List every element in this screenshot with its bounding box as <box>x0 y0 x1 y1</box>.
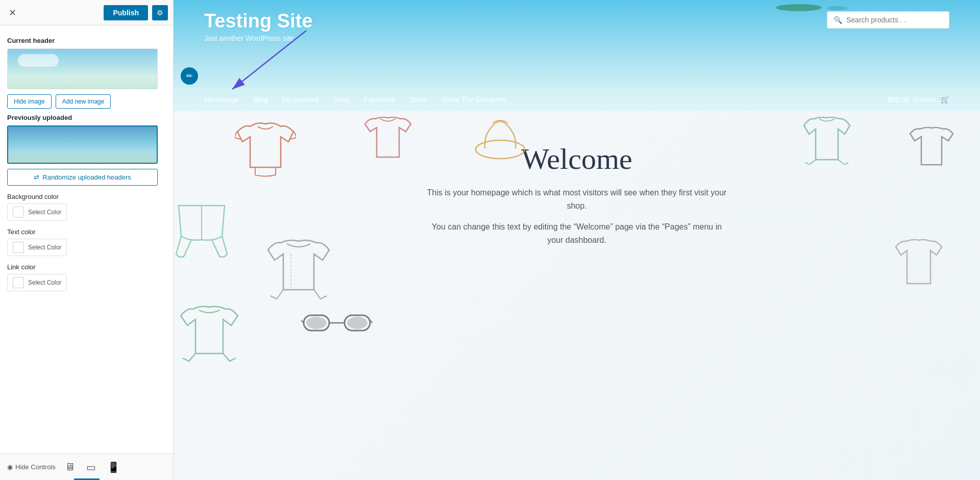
randomize-button[interactable]: ⇄ Randomize uploaded headers <box>7 169 158 186</box>
nav-store[interactable]: Store <box>409 95 426 104</box>
text-color-section: Text color Select Color <box>7 228 166 256</box>
cart-icon: 🛒 <box>941 95 949 104</box>
svg-point-9 <box>347 317 368 329</box>
site-header: Testing Site Just another WordPress site… <box>174 0 980 111</box>
nav-homepage[interactable]: Homepage <box>204 95 239 104</box>
randomize-label: Randomize uploaded headers <box>42 173 131 181</box>
clothing-item-green-jacket-bottom <box>179 305 240 366</box>
cart-amount: $85.00 <box>888 95 910 104</box>
close-button[interactable]: ✕ <box>5 6 19 20</box>
background-color-text: Select Color <box>28 209 61 216</box>
welcome-desc2: You can change this text by editing the … <box>429 220 725 246</box>
link-color-label: Link color <box>7 263 166 271</box>
cart-area: $85.00 0 items 🛒 <box>888 95 949 104</box>
clothing-item-tshirt-1 <box>362 116 413 164</box>
add-new-image-button[interactable]: Add new image <box>56 94 111 109</box>
clothing-item-tshirt-plain <box>893 239 944 292</box>
clothing-item-hat <box>475 114 526 164</box>
welcome-title: Welcome <box>521 142 632 176</box>
image-action-row: Hide image Add new image <box>7 94 166 109</box>
thumbnail-clouds <box>18 54 59 67</box>
panel-footer: ◉ Hide Controls 🖥 ▭ 📱 <box>0 453 173 480</box>
island-decoration <box>776 4 822 11</box>
phone-view-button[interactable]: 📱 <box>105 459 122 475</box>
nav-shop[interactable]: Shop <box>333 95 350 104</box>
site-tagline: Just another WordPress site <box>204 34 949 42</box>
tablet-view-button[interactable]: ▭ <box>84 459 98 475</box>
hide-controls-button[interactable]: ◉ Hide Controls <box>7 463 56 471</box>
search-icon: 🔍 <box>834 16 842 24</box>
randomize-icon: ⇄ <box>34 173 39 181</box>
panel-header: ✕ Publish ⚙ <box>0 0 173 26</box>
search-input[interactable] <box>846 16 943 24</box>
nav-my-account[interactable]: My account <box>282 95 319 104</box>
welcome-desc1: This is your homepage which is what most… <box>419 186 735 212</box>
panel-body: Current header Hide image Add new image … <box>0 26 173 453</box>
edit-nav-button[interactable]: ✏ <box>181 67 198 85</box>
main-content: Welcome This is your homepage which is w… <box>174 111 980 480</box>
clothing-item-green-shorts <box>174 203 230 261</box>
previously-uploaded-thumbnail[interactable] <box>7 125 158 164</box>
background-color-swatch <box>13 207 24 218</box>
circle-left-icon: ◉ <box>7 463 13 471</box>
publish-button[interactable]: Publish <box>104 5 148 20</box>
nav-facebook[interactable]: Facebook <box>364 95 395 104</box>
gear-button[interactable]: ⚙ <box>152 5 168 20</box>
previously-uploaded-title: Previously uploaded <box>7 114 166 121</box>
clothing-item-jacket <box>801 116 852 167</box>
background-color-section: Background color Select Color <box>7 193 166 221</box>
clothing-item-sunglasses <box>301 305 373 340</box>
search-box[interactable]: 🔍 <box>827 11 949 29</box>
clothing-item-1 <box>235 121 296 180</box>
svg-point-8 <box>306 317 327 329</box>
text-color-swatch <box>13 242 24 253</box>
background-color-label: Background color <box>7 193 166 200</box>
nav-about[interactable]: About The Company <box>441 95 506 104</box>
text-color-button[interactable]: Select Color <box>7 239 67 256</box>
customizer-panel: ✕ Publish ⚙ Current header Hide image Ad… <box>0 0 174 480</box>
preview-area: Testing Site Just another WordPress site… <box>174 0 980 480</box>
cart-items: 0 items <box>914 95 937 104</box>
svg-point-2 <box>476 140 525 159</box>
text-color-text: Select Color <box>28 244 61 251</box>
link-color-button[interactable]: Select Color <box>7 274 67 291</box>
hide-controls-label: Hide Controls <box>15 463 56 471</box>
nav-blog[interactable]: Blog <box>254 95 268 104</box>
clothing-item-tshirt-gray <box>909 127 954 172</box>
text-color-label: Text color <box>7 228 166 236</box>
link-color-text: Select Color <box>28 279 61 286</box>
island-decoration-2 <box>827 6 847 10</box>
clothing-item-gray-jacket <box>265 239 332 302</box>
current-header-thumbnail <box>7 48 158 89</box>
link-color-swatch <box>13 277 24 288</box>
link-color-section: Link color Select Color <box>7 263 166 291</box>
monitor-view-button[interactable]: 🖥 <box>63 459 77 475</box>
hide-image-button[interactable]: Hide image <box>7 94 52 109</box>
background-color-button[interactable]: Select Color <box>7 204 67 221</box>
current-header-title: Current header <box>7 37 166 44</box>
nav-bar: ✏ Homepage Blog My account Shop Facebook… <box>174 88 980 111</box>
